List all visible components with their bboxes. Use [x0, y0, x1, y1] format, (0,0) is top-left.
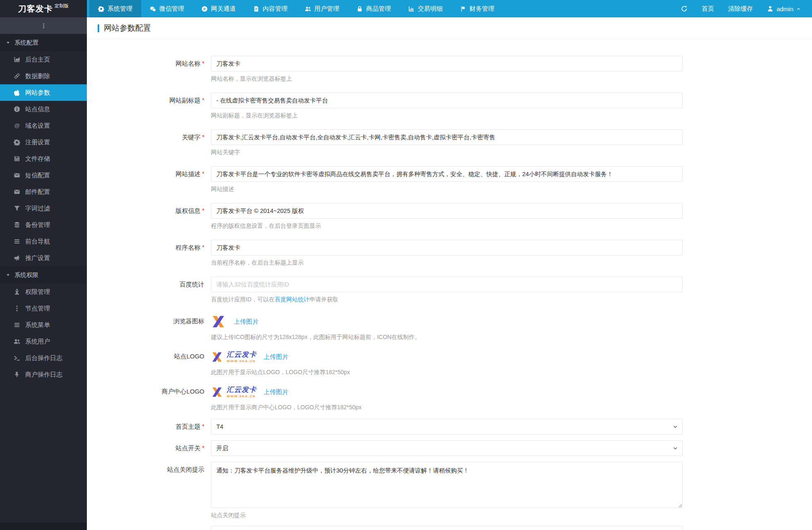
site-subtitle-label: 网站副标题* — [87, 93, 211, 119]
clear-cache-link[interactable]: 清除缓存 — [721, 0, 760, 17]
site-logo-image: 汇云发卡WWW.5KA.CN — [211, 351, 256, 363]
navbar-actions: 首页 清除缓存 admin — [674, 0, 812, 17]
baidu-stats-label: 百度统计 — [87, 277, 211, 303]
home-theme-control: T4 — [211, 419, 683, 435]
nav-item-网关通道[interactable]: P网关通道 — [193, 0, 244, 17]
form-row-site-close-tip: 站点关闭提示站点关闭提示 — [87, 462, 812, 519]
sidebar-item-系统菜单[interactable]: 系统菜单 — [0, 317, 87, 333]
site-close-tip-textarea[interactable] — [211, 462, 683, 508]
home-theme-select[interactable]: T4 — [211, 419, 683, 435]
nav-item-微信管理[interactable]: 微信管理 — [141, 0, 193, 17]
clear-cache-label: 清除缓存 — [728, 5, 753, 13]
main-content: 网站参数配置 网站名称*网站名称，显示在浏览器标签上网站副标题*网站副标题，显示… — [87, 0, 812, 530]
save-icon — [14, 155, 20, 162]
chevron-up-icon — [796, 7, 801, 11]
site-subtitle-input[interactable] — [211, 93, 683, 108]
sidebar-item-系统用户[interactable]: 系统用户 — [0, 333, 87, 350]
sidebar-item-注册设置[interactable]: 注册设置 — [0, 134, 87, 150]
favicon-control: 上传图片建议上传ICO图标的尺寸为128x128px，此图标用于网站标题前，IC… — [211, 313, 420, 341]
sidebar-item-label: 权限管理 — [25, 288, 50, 296]
sidebar-item-邮件配置[interactable]: 邮件配置 — [0, 184, 87, 200]
baidu-stats-link[interactable]: 百度网站统计 — [275, 296, 309, 303]
baidu-stats-input[interactable] — [211, 277, 683, 292]
refresh-button[interactable] — [674, 0, 695, 17]
sidebar-item-数据删除[interactable]: 数据删除 — [0, 68, 87, 84]
envelope-icon — [14, 172, 20, 179]
nav-item-商品管理[interactable]: 商品管理 — [348, 0, 400, 17]
stats-code-textarea[interactable] — [211, 526, 683, 530]
nav-item-交易明细[interactable]: 交易明细 — [400, 0, 451, 17]
nav-item-label: 用户管理 — [314, 5, 339, 13]
sidebar-item-label: 网站参数 — [25, 89, 50, 97]
sidebar-item-域名设置[interactable]: @域名设置 — [0, 117, 87, 134]
form-row-site-switch: 站点开关*开启 — [87, 440, 812, 456]
sidebar-item-推广设置[interactable]: 推广设置 — [0, 250, 87, 266]
nav-item-系统管理[interactable]: 系统管理 — [89, 0, 141, 17]
nav-item-内容管理[interactable]: 内容管理 — [244, 0, 296, 17]
home-link[interactable]: 首页 — [695, 0, 721, 17]
sidebar-item-短信配置[interactable]: 短信配置 — [0, 167, 87, 184]
finance-icon — [460, 6, 466, 12]
sidebar-item-前台导航[interactable]: 前台导航 — [0, 233, 87, 250]
keywords-input[interactable] — [211, 129, 683, 145]
navbar-menu: 系统管理微信管理P网关通道内容管理用户管理商品管理交易明细财务管理 — [89, 0, 503, 17]
form-row-stats-code: 统计代码 — [87, 526, 812, 530]
svg-text:P: P — [204, 7, 206, 11]
sidebar-item-字词过滤[interactable]: 字词过滤 — [0, 200, 87, 217]
required-asterisk: * — [202, 244, 204, 251]
site-name-help-text: 网站名称，显示在浏览器标签上 — [211, 75, 683, 83]
sidebar-item-商户操作日志[interactable]: 商户操作日志 — [0, 366, 87, 383]
program-name-input[interactable] — [211, 240, 683, 255]
user-secret-icon — [14, 289, 20, 295]
sidebar-item-站点信息[interactable]: 站点信息 — [0, 101, 87, 117]
sidebar-item-label: 字词过滤 — [25, 205, 50, 212]
sidebar-toggle[interactable] — [0, 17, 87, 34]
brand-name: 刀客发卡 — [18, 3, 53, 14]
nav-item-label: 微信管理 — [159, 5, 184, 13]
sidebar-item-label: 文件存储 — [25, 155, 50, 163]
nav-item-财务管理[interactable]: 财务管理 — [451, 0, 503, 17]
copyright-input[interactable] — [211, 203, 683, 219]
pin-icon — [14, 371, 20, 378]
sidebar-item-label: 推广设置 — [25, 254, 50, 262]
favicon-help-text: 建议上传ICO图标的尺寸为128x128px，此图标用于网站标题前，ICON在线… — [211, 334, 420, 341]
sidebar-section-系统权限[interactable]: 系统权限 — [0, 266, 87, 284]
logo-subtext: WWW.5KA.CN — [227, 359, 256, 363]
sidebar-item-后台主页[interactable]: 后台主页 — [0, 51, 87, 68]
description-input[interactable] — [211, 166, 683, 182]
form-row-program-name: 程序名称*当前程序名称，在后台主标题上显示 — [87, 240, 812, 267]
sidebar-item-节点管理[interactable]: 节点管理 — [0, 300, 87, 317]
sidebar-item-文件存储[interactable]: 文件存储 — [0, 150, 87, 167]
site-name-input[interactable] — [211, 56, 683, 72]
merchant-logo-upload-link[interactable]: 上传图片 — [263, 388, 288, 396]
sidebar-item-label: 节点管理 — [25, 305, 50, 313]
favicon-preview-line: 上传图片 — [211, 313, 420, 330]
nav-item-label: 交易明细 — [418, 5, 443, 13]
sidebar-item-备份管理[interactable]: 备份管理 — [0, 217, 87, 233]
wechat-icon — [150, 6, 156, 12]
sidebar-item-后台操作日志[interactable]: 后台操作日志 — [0, 350, 87, 366]
nav-item-用户管理[interactable]: 用户管理 — [296, 0, 348, 17]
stats-code-control — [211, 526, 683, 530]
sidebar-item-label: 注册设置 — [25, 138, 50, 146]
brand[interactable]: 刀客发卡 定制版 — [0, 0, 87, 17]
sidebar-item-权限管理[interactable]: 权限管理 — [0, 284, 87, 300]
top-navbar: 刀客发卡 定制版 系统管理微信管理P网关通道内容管理用户管理商品管理交易明细财务… — [0, 0, 812, 17]
site-name-label: 网站名称* — [87, 56, 211, 83]
sidebar-section-系统配置[interactable]: 系统配置 — [0, 34, 87, 51]
form-row-site-logo: 站点LOGO汇云发卡WWW.5KA.CN上传图片此图片用于显示站点LOGO，LO… — [87, 349, 812, 376]
required-asterisk: * — [202, 423, 204, 430]
sidebar-item-label: 域名设置 — [25, 122, 50, 130]
sidebar-item-网站参数[interactable]: 网站参数 — [0, 84, 87, 101]
nav-item-label: 系统管理 — [108, 5, 132, 13]
favicon-upload-link[interactable]: 上传图片 — [234, 318, 259, 326]
brand-badge: 定制版 — [55, 3, 69, 9]
site-switch-select[interactable]: 开启 — [211, 440, 683, 456]
site-close-tip-label: 站点关闭提示 — [87, 462, 211, 519]
bullhorn-icon — [14, 255, 20, 261]
site-name-control: 网站名称，显示在浏览器标签上 — [211, 56, 683, 83]
user-menu[interactable]: admin — [760, 0, 808, 17]
site-switch-select-wrap: 开启 — [211, 440, 683, 456]
site-logo-upload-link[interactable]: 上传图片 — [263, 353, 288, 361]
home-theme-select-wrap: T4 — [211, 419, 683, 435]
